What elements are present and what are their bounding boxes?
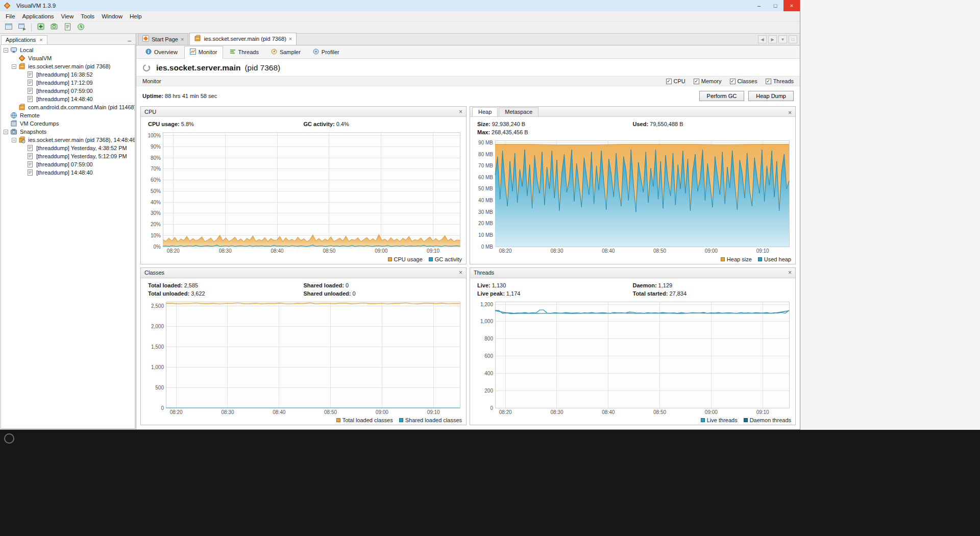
classes-panel-close-icon[interactable]: × xyxy=(459,269,462,276)
subtab-monitor[interactable]: Monitor xyxy=(184,46,223,59)
svg-text:08:30: 08:30 xyxy=(219,248,232,254)
tree-item[interactable]: VM Coredumps xyxy=(1,119,135,128)
heap-tab[interactable]: Heap xyxy=(472,107,498,116)
heap-dump-toolbar-button[interactable] xyxy=(61,22,74,33)
tree-item[interactable]: [threaddump] 14:48:40 xyxy=(1,95,135,103)
svg-text:40 MB: 40 MB xyxy=(478,198,493,203)
subtab-overview[interactable]: Overview xyxy=(140,46,183,58)
tree-item[interactable]: −Local xyxy=(1,46,135,54)
tree-expander-icon[interactable]: − xyxy=(12,138,16,142)
tree-item[interactable]: [threaddump] Yesterday, 5:12:09 PM xyxy=(1,152,135,160)
add-application-button[interactable] xyxy=(35,22,47,33)
document-tab[interactable]: ies.socket.server.main (pid 7368)× xyxy=(189,33,297,45)
svg-text:08:50: 08:50 xyxy=(323,248,335,254)
tree-item[interactable]: [threaddump] 07:59:00 xyxy=(1,160,135,168)
stat-value: 0 xyxy=(344,282,349,288)
toggle-memory[interactable]: ✓Memory xyxy=(694,78,722,84)
scroll-tabs-right-button[interactable]: ▶ xyxy=(768,35,777,43)
coredump-icon xyxy=(10,120,18,127)
load-snapshot-button[interactable] xyxy=(3,22,15,33)
view-subtabs: OverviewMonitorThreadsSamplerProfiler xyxy=(136,45,800,59)
svg-text:08:40: 08:40 xyxy=(602,409,615,415)
java-app-icon xyxy=(194,35,201,43)
stat-label: Shared unloaded: xyxy=(304,290,351,297)
tab-list-button[interactable]: ▼ xyxy=(778,35,787,43)
svg-text:0: 0 xyxy=(161,405,164,410)
tree-item[interactable]: [threaddump] 16:38:52 xyxy=(1,70,135,79)
tree-item[interactable]: −Snapshots xyxy=(1,128,135,136)
checkbox-icon[interactable]: ✓ xyxy=(766,79,771,84)
scroll-tabs-left-button[interactable]: ◀ xyxy=(758,35,767,43)
maximize-button[interactable]: □ xyxy=(767,0,783,11)
tree-expander-icon[interactable]: − xyxy=(12,64,16,69)
save-snapshot-button[interactable] xyxy=(16,22,28,33)
application-snapshot-button[interactable] xyxy=(48,22,60,33)
tree-item[interactable]: com.android.dx.command.Main (pid 11468) xyxy=(1,103,135,111)
svg-text:20 MB: 20 MB xyxy=(478,221,493,226)
stat-item: Live: 1,130 xyxy=(477,282,633,288)
main-area: Start Page×ies.socket.server.main (pid 7… xyxy=(136,34,800,429)
tree-item[interactable]: VisualVM xyxy=(1,54,135,62)
legend-item: GC activity xyxy=(429,256,462,262)
toggle-classes[interactable]: ✓Classes xyxy=(730,78,757,84)
menu-tools[interactable]: Tools xyxy=(77,12,98,20)
tree-item[interactable]: [threaddump] Yesterday, 4:38:52 PM xyxy=(1,144,135,152)
tree-item[interactable]: [threaddump] 14:48:40 xyxy=(1,168,135,177)
applications-panel-tab[interactable]: Applications × xyxy=(1,35,47,44)
tree-item[interactable]: [threaddump] 07:59:00 xyxy=(1,87,135,95)
cpu-panel-close-icon[interactable]: × xyxy=(459,108,462,115)
toggle-threads[interactable]: ✓Threads xyxy=(766,78,794,84)
tree-item[interactable]: [threaddump] 17:12:09 xyxy=(1,79,135,87)
menu-file[interactable]: File xyxy=(2,12,19,20)
tree-item[interactable]: −ies.socket.server.main (pid 7368) xyxy=(1,62,135,70)
toggle-cpu[interactable]: ✓CPU xyxy=(666,78,685,84)
tb-green-camera-icon xyxy=(50,22,59,33)
thread-dump-toolbar-button[interactable] xyxy=(75,22,87,33)
menu-applications[interactable]: Applications xyxy=(19,12,58,20)
document-tab[interactable]: Start Page× xyxy=(138,33,188,45)
threaddump-icon xyxy=(27,153,34,160)
minimize-button[interactable]: – xyxy=(751,0,767,11)
tree-expander-icon[interactable]: − xyxy=(4,130,8,134)
stat-label: Live peak: xyxy=(477,290,505,297)
menu-view[interactable]: View xyxy=(58,12,78,20)
snapshots-icon xyxy=(10,128,18,135)
tree-item[interactable]: Remote xyxy=(1,111,135,119)
close-button[interactable]: × xyxy=(783,0,800,11)
metaspace-tab[interactable]: Metaspace xyxy=(499,107,538,116)
stat-item: Max: 268,435,456 B xyxy=(477,129,633,135)
stat-value: 1,129 xyxy=(657,282,673,288)
subtab-sampler[interactable]: Sampler xyxy=(265,46,306,58)
tree-expander-icon[interactable]: − xyxy=(4,48,8,53)
maximize-view-button[interactable]: □ xyxy=(789,35,797,43)
svg-text:90%: 90% xyxy=(151,144,161,150)
svg-text:08:20: 08:20 xyxy=(167,248,180,254)
checkbox-icon[interactable]: ✓ xyxy=(666,79,672,84)
legend-item: Daemon threads xyxy=(744,417,791,423)
sampler-icon xyxy=(271,48,277,56)
window-titlebar[interactable]: VisualVM 1.3.9 –□× xyxy=(0,0,800,11)
tree-item-label: VM Coredumps xyxy=(20,120,59,127)
checkbox-icon[interactable]: ✓ xyxy=(694,79,699,84)
threads-chart: 02004006008001,0001,20008:2008:3008:4008… xyxy=(473,299,792,416)
heap-panel-close-icon[interactable]: × xyxy=(788,109,792,116)
svg-text:09:10: 09:10 xyxy=(756,248,769,254)
threads-panel-title: Threads xyxy=(474,270,494,276)
tree-item[interactable]: −ies.socket.server.main (pid 7368), 14:4… xyxy=(1,136,135,144)
svg-text:50 MB: 50 MB xyxy=(478,186,493,191)
sidebar-minimize-icon[interactable]: – xyxy=(125,37,134,44)
subtab-profiler[interactable]: Profiler xyxy=(307,46,345,58)
applications-panel-close-icon[interactable]: × xyxy=(39,37,42,43)
subtab-threads[interactable]: Threads xyxy=(224,46,264,58)
tab-close-icon[interactable]: × xyxy=(181,36,184,42)
checkbox-icon[interactable]: ✓ xyxy=(730,79,736,84)
toggle-label: Classes xyxy=(738,78,757,84)
svg-text:08:50: 08:50 xyxy=(324,409,337,415)
menu-window[interactable]: Window xyxy=(98,12,126,20)
perform-gc-button[interactable]: Perform GC xyxy=(699,91,745,101)
uptime-label: Uptime: xyxy=(142,93,163,99)
threads-panel-close-icon[interactable]: × xyxy=(788,269,792,276)
menu-help[interactable]: Help xyxy=(126,12,145,20)
tab-close-icon[interactable]: × xyxy=(289,36,292,42)
heap-dump-button[interactable]: Heap Dump xyxy=(748,91,794,101)
